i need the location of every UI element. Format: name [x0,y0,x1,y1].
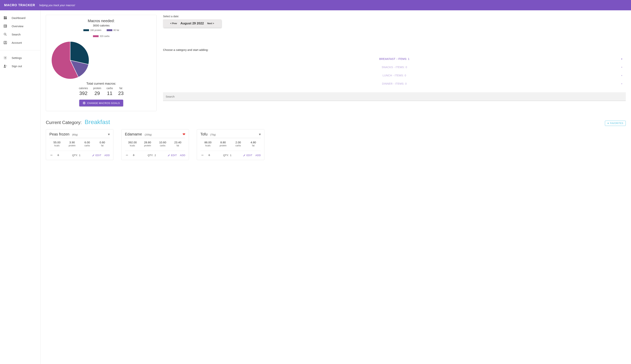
app-tagline: helping you track your macros! [39,4,75,7]
food-fat: 23.40 [170,141,186,144]
total-carbs-value: 11 [107,90,113,96]
svg-point-12 [5,58,6,58]
date-selector: < Prev August 29 2022 Next > [163,19,221,28]
date-prev-button[interactable]: < Prev [170,22,177,25]
legend-protein: 160 protein [90,29,101,32]
category-label: DINNER - ITEMS: 0 [382,82,407,85]
legend-carbs: 320 carbs [100,35,110,38]
svg-point-11 [5,42,6,42]
add-button[interactable]: ADD [255,154,261,157]
food-name: Tofu [200,132,207,136]
food-kcals: 55.00 [49,141,65,144]
sidebar-item-label: Account [12,41,22,44]
qty-decrease-button[interactable]: − [49,153,54,158]
svg-rect-1 [6,16,7,17]
target-icon [83,102,86,104]
favorites-button[interactable]: ♥ FAVORITES [605,121,626,126]
add-button[interactable]: ADD [104,154,110,157]
sidebar-item-overview[interactable]: Overview [0,22,40,30]
sidebar-item-label: Overview [12,24,24,28]
select-date-label: Select a date: [163,15,626,18]
food-card: Peas frozen(80g)♥55.00kcals3.90protein6.… [46,129,113,160]
category-label: SNACKS - ITEMS: 0 [382,66,407,69]
sidebar-item-label: Dashboard [12,16,25,20]
edit-button[interactable]: EDIT [92,154,101,157]
current-category-prefix: Current Category: [46,120,82,125]
total-calories-label: calories [79,87,88,90]
heart-icon[interactable]: ♥ [259,132,261,136]
total-carbs-label: carbs [107,87,113,90]
legend-swatch-protein [83,29,89,31]
food-card: Tofu(70g)♥86.00kcals8.80protein2.00carbs… [197,129,264,160]
food-carbs: 2.00 [231,141,246,144]
macros-card: Macros needed: 3000 calories 160 protein… [46,15,157,111]
sidebar-item-sign-out[interactable]: Sign out [0,62,40,70]
date-next-button[interactable]: Next > [207,22,214,25]
pie-chart [51,40,152,80]
edit-button[interactable]: EDIT [243,154,252,157]
legend-fat: 80 fat [113,29,119,32]
signout-icon [3,64,8,68]
total-fat-value: 23 [118,90,124,96]
qty-label: QTY: 2 [148,154,156,157]
heart-icon: ♥ [607,122,609,124]
sidebar-item-settings[interactable]: Settings [0,54,40,62]
macros-title: Macros needed: [51,19,152,23]
pencil-icon [168,154,170,156]
category-accordion: BREAKFAST - ITEMS: 1▾SNACKS - ITEMS: 0▾L… [163,55,626,88]
totals-title: Total current macros: [51,82,152,86]
qty-decrease-button[interactable]: − [200,153,204,158]
svg-point-13 [4,65,6,66]
total-fat-label: fat [118,87,124,90]
search-icon [3,32,8,36]
sidebar-item-dashboard[interactable]: Dashboard [0,14,40,22]
svg-line-9 [6,35,7,36]
chevron-down-icon: ▾ [621,74,622,77]
sidebar-item-account[interactable]: Account [0,38,40,47]
chevron-down-icon: ▾ [621,82,622,85]
main-content: Macros needed: 3000 calories 160 protein… [41,10,631,364]
pencil-icon [92,154,95,156]
food-fat: 0.60 [95,141,110,144]
qty-increase-button[interactable]: + [132,153,136,158]
sidebar-item-search[interactable]: Search [0,30,40,38]
macros-calories: 3000 calories [51,24,152,27]
add-button[interactable]: ADD [180,154,185,157]
topbar: MACRO TRACKER helping you track your mac… [0,0,631,10]
category-item[interactable]: LUNCH - ITEMS: 0▾ [163,71,626,80]
totals-row: calories392 protein29 carbs11 fat23 [51,87,152,96]
change-macros-button[interactable]: CHANGE MACROS GOALS [79,100,123,106]
qty-decrease-button[interactable]: − [125,153,129,158]
food-fat: 4.80 [246,141,261,144]
change-macros-label: CHANGE MACROS GOALS [87,102,120,104]
category-item[interactable]: DINNER - ITEMS: 0▾ [163,80,626,88]
food-name: Edamame [125,132,142,136]
search-input[interactable] [163,92,626,101]
choose-category-label: Choose a category and start adding: [163,48,626,52]
food-protein: 8.80 [216,141,231,144]
svg-rect-0 [4,16,5,18]
sidebar-divider [0,50,40,50]
app-brand: MACRO TRACKER [4,4,35,7]
heart-icon[interactable]: ❤ [183,132,185,136]
pie-legend: 160 protein 80 fat 320 carbs [51,29,152,38]
category-item[interactable]: SNACKS - ITEMS: 0▾ [163,63,626,71]
heart-icon[interactable]: ♥ [108,132,110,136]
dashboard-icon [3,16,8,20]
qty-increase-button[interactable]: + [207,153,211,158]
right-column: Select a date: < Prev August 29 2022 Nex… [163,15,626,101]
total-calories-value: 392 [79,90,88,96]
category-label: BREAKFAST - ITEMS: 1 [379,58,409,60]
edit-button[interactable]: EDIT [168,154,177,157]
food-amount: (200g) [145,133,152,136]
qty-increase-button[interactable]: + [56,153,60,158]
account-icon [3,40,8,45]
food-carbs: 6.00 [80,141,95,144]
svg-point-8 [4,33,6,35]
current-category-name: Breakfast [85,118,110,126]
current-date: August 29 2022 [180,22,204,25]
category-label: LUNCH - ITEMS: 0 [383,74,406,77]
qty-label: QTY: 1 [72,154,80,157]
food-protein: 3.90 [65,141,80,144]
category-item[interactable]: BREAKFAST - ITEMS: 1▾ [163,55,626,63]
